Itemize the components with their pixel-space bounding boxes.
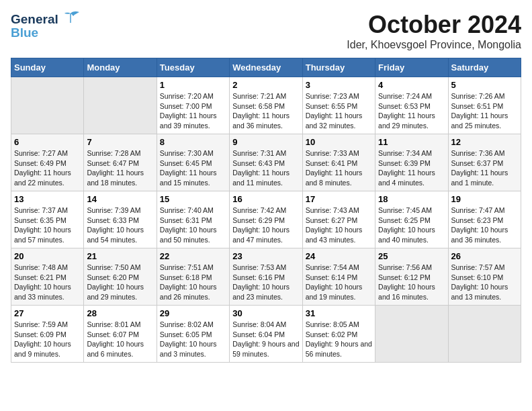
calendar-cell — [448, 306, 521, 363]
calendar-cell: 12Sunrise: 7:36 AMSunset: 6:37 PMDayligh… — [448, 134, 521, 191]
day-number: 7 — [87, 137, 153, 147]
day-info: Sunrise: 7:50 AMSunset: 6:20 PMDaylight:… — [87, 263, 153, 302]
day-info: Sunrise: 7:23 AMSunset: 6:55 PMDaylight:… — [306, 91, 372, 131]
day-number: 22 — [160, 251, 226, 261]
day-info: Sunrise: 7:37 AMSunset: 6:35 PMDaylight:… — [14, 205, 81, 245]
day-info: Sunrise: 7:33 AMSunset: 6:41 PMDaylight:… — [306, 148, 372, 188]
day-number: 9 — [232, 137, 299, 147]
calendar-cell: 30Sunrise: 8:04 AMSunset: 6:04 PMDayligh… — [230, 306, 302, 363]
day-info: Sunrise: 7:24 AMSunset: 6:53 PMDaylight:… — [378, 91, 445, 131]
calendar-week-5: 27Sunrise: 7:59 AMSunset: 6:09 PMDayligh… — [11, 306, 521, 363]
logo: General Blue — [11, 11, 80, 40]
calendar-cell: 7Sunrise: 7:28 AMSunset: 6:47 PMDaylight… — [84, 134, 157, 191]
day-info: Sunrise: 7:47 AMSunset: 6:23 PMDaylight:… — [451, 205, 518, 245]
day-number: 24 — [306, 251, 372, 261]
calendar-cell: 9Sunrise: 7:31 AMSunset: 6:43 PMDaylight… — [230, 134, 302, 191]
calendar-cell: 1Sunrise: 7:20 AMSunset: 7:00 PMDaylight… — [157, 77, 229, 134]
weekday-header-row: SundayMondayTuesdayWednesdayThursdayFrid… — [11, 58, 521, 77]
day-info: Sunrise: 7:31 AMSunset: 6:43 PMDaylight:… — [232, 148, 299, 188]
day-number: 5 — [451, 80, 518, 90]
weekday-header-tuesday: Tuesday — [157, 58, 229, 77]
day-number: 11 — [378, 137, 445, 147]
day-number: 26 — [451, 251, 518, 261]
calendar-cell: 20Sunrise: 7:48 AMSunset: 6:21 PMDayligh… — [11, 248, 84, 306]
day-number: 6 — [14, 137, 81, 147]
logo-blue: Blue — [11, 26, 38, 40]
day-number: 16 — [232, 194, 299, 204]
calendar-cell: 18Sunrise: 7:45 AMSunset: 6:25 PMDayligh… — [375, 191, 448, 248]
day-number: 30 — [232, 308, 299, 318]
day-info: Sunrise: 8:04 AMSunset: 6:04 PMDaylight:… — [232, 320, 299, 359]
day-number: 31 — [306, 308, 372, 318]
day-info: Sunrise: 7:26 AMSunset: 6:51 PMDaylight:… — [451, 91, 518, 131]
day-info: Sunrise: 7:48 AMSunset: 6:21 PMDaylight:… — [14, 263, 81, 302]
day-info: Sunrise: 7:21 AMSunset: 6:58 PMDaylight:… — [232, 91, 299, 131]
day-info: Sunrise: 7:34 AMSunset: 6:39 PMDaylight:… — [378, 148, 445, 188]
day-number: 14 — [87, 194, 153, 204]
day-info: Sunrise: 7:57 AMSunset: 6:10 PMDaylight:… — [451, 263, 518, 302]
day-number: 12 — [451, 137, 518, 147]
location-title: Ider, Khoevsgoel Province, Mongolia — [347, 39, 521, 51]
month-title: October 2024 — [347, 11, 521, 39]
weekday-header-thursday: Thursday — [302, 58, 375, 77]
day-number: 25 — [378, 251, 445, 261]
weekday-header-saturday: Saturday — [448, 58, 521, 77]
weekday-header-friday: Friday — [375, 58, 448, 77]
calendar-week-4: 20Sunrise: 7:48 AMSunset: 6:21 PMDayligh… — [11, 248, 521, 306]
calendar-cell: 10Sunrise: 7:33 AMSunset: 6:41 PMDayligh… — [302, 134, 375, 191]
calendar-cell: 24Sunrise: 7:54 AMSunset: 6:14 PMDayligh… — [302, 248, 375, 306]
day-info: Sunrise: 7:36 AMSunset: 6:37 PMDaylight:… — [451, 148, 518, 188]
day-number: 27 — [14, 308, 81, 318]
calendar-cell: 23Sunrise: 7:53 AMSunset: 6:16 PMDayligh… — [230, 248, 302, 306]
day-info: Sunrise: 8:01 AMSunset: 6:07 PMDaylight:… — [87, 320, 153, 359]
calendar-cell: 13Sunrise: 7:37 AMSunset: 6:35 PMDayligh… — [11, 191, 84, 248]
calendar-cell: 25Sunrise: 7:56 AMSunset: 6:12 PMDayligh… — [375, 248, 448, 306]
calendar-cell — [375, 306, 448, 363]
day-number: 2 — [232, 80, 299, 90]
calendar-cell: 8Sunrise: 7:30 AMSunset: 6:45 PMDaylight… — [157, 134, 229, 191]
calendar-cell: 31Sunrise: 8:05 AMSunset: 6:02 PMDayligh… — [302, 306, 375, 363]
day-number: 17 — [306, 194, 372, 204]
calendar-cell: 15Sunrise: 7:40 AMSunset: 6:31 PMDayligh… — [157, 191, 229, 248]
day-info: Sunrise: 8:05 AMSunset: 6:02 PMDaylight:… — [306, 320, 372, 359]
day-number: 3 — [306, 80, 372, 90]
calendar-cell: 5Sunrise: 7:26 AMSunset: 6:51 PMDaylight… — [448, 77, 521, 134]
calendar-cell: 17Sunrise: 7:43 AMSunset: 6:27 PMDayligh… — [302, 191, 375, 248]
logo-general: General — [11, 12, 58, 27]
day-info: Sunrise: 7:20 AMSunset: 7:00 PMDaylight:… — [160, 91, 226, 131]
day-number: 18 — [378, 194, 445, 204]
calendar-cell: 6Sunrise: 7:27 AMSunset: 6:49 PMDaylight… — [11, 134, 84, 191]
day-info: Sunrise: 7:53 AMSunset: 6:16 PMDaylight:… — [232, 263, 299, 302]
day-number: 13 — [14, 194, 81, 204]
day-info: Sunrise: 7:45 AMSunset: 6:25 PMDaylight:… — [378, 205, 445, 245]
day-number: 20 — [14, 251, 81, 261]
day-info: Sunrise: 7:27 AMSunset: 6:49 PMDaylight:… — [14, 148, 81, 188]
day-info: Sunrise: 7:42 AMSunset: 6:29 PMDaylight:… — [232, 205, 299, 245]
weekday-header-sunday: Sunday — [11, 58, 84, 77]
weekday-header-monday: Monday — [84, 58, 157, 77]
day-number: 4 — [378, 80, 445, 90]
logo-bird-icon — [61, 11, 80, 26]
calendar-table: SundayMondayTuesdayWednesdayThursdayFrid… — [11, 58, 521, 363]
calendar-cell: 21Sunrise: 7:50 AMSunset: 6:20 PMDayligh… — [84, 248, 157, 306]
day-info: Sunrise: 7:40 AMSunset: 6:31 PMDaylight:… — [160, 205, 226, 245]
calendar-cell: 28Sunrise: 8:01 AMSunset: 6:07 PMDayligh… — [84, 306, 157, 363]
day-number: 8 — [160, 137, 226, 147]
day-number: 10 — [306, 137, 372, 147]
calendar-cell: 29Sunrise: 8:02 AMSunset: 6:05 PMDayligh… — [157, 306, 229, 363]
day-number: 21 — [87, 251, 153, 261]
calendar-week-2: 6Sunrise: 7:27 AMSunset: 6:49 PMDaylight… — [11, 134, 521, 191]
calendar-cell: 11Sunrise: 7:34 AMSunset: 6:39 PMDayligh… — [375, 134, 448, 191]
page-header: General Blue October 2024 Ider, Khoevsgo… — [11, 11, 521, 51]
calendar-cell: 22Sunrise: 7:51 AMSunset: 6:18 PMDayligh… — [157, 248, 229, 306]
calendar-cell — [84, 77, 157, 134]
calendar-cell: 27Sunrise: 7:59 AMSunset: 6:09 PMDayligh… — [11, 306, 84, 363]
day-info: Sunrise: 7:43 AMSunset: 6:27 PMDaylight:… — [306, 205, 372, 245]
day-info: Sunrise: 7:30 AMSunset: 6:45 PMDaylight:… — [160, 148, 226, 188]
calendar-cell: 3Sunrise: 7:23 AMSunset: 6:55 PMDaylight… — [302, 77, 375, 134]
day-info: Sunrise: 8:02 AMSunset: 6:05 PMDaylight:… — [160, 320, 226, 359]
day-info: Sunrise: 7:51 AMSunset: 6:18 PMDaylight:… — [160, 263, 226, 302]
day-number: 19 — [451, 194, 518, 204]
calendar-cell: 19Sunrise: 7:47 AMSunset: 6:23 PMDayligh… — [448, 191, 521, 248]
day-number: 23 — [232, 251, 299, 261]
